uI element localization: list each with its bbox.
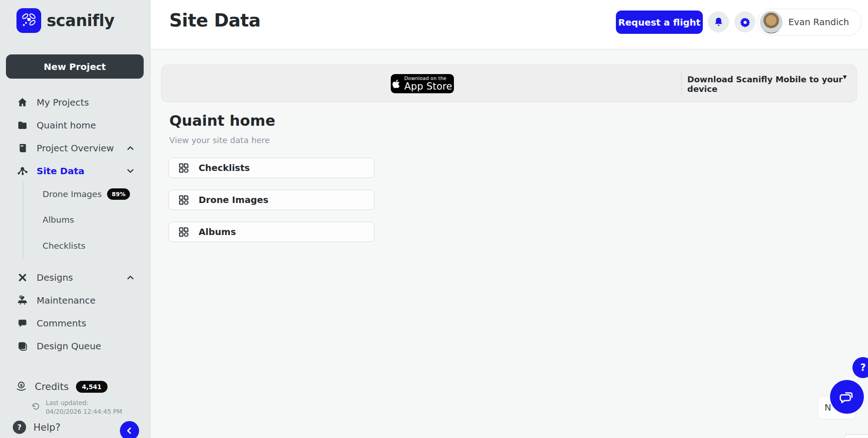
subnav-indent-line bbox=[23, 182, 23, 258]
chat-bubbles-icon bbox=[838, 388, 856, 406]
grid-category-icon bbox=[178, 194, 189, 206]
sidebar-item-designs[interactable]: Designs bbox=[0, 268, 151, 287]
sidebar-item-quaint-home[interactable]: Quaint home bbox=[0, 116, 151, 135]
drone-images-progress-badge: 89% bbox=[107, 188, 130, 200]
apple-icon bbox=[392, 79, 400, 89]
drone-data-icon bbox=[16, 165, 28, 177]
sidebar-item-site-data[interactable]: Site Data bbox=[0, 161, 151, 181]
svg-text:$: $ bbox=[20, 383, 23, 388]
sidebar-item-label: Quaint home bbox=[37, 120, 96, 131]
chevron-up-icon[interactable] bbox=[125, 272, 135, 283]
drone-images-card-button[interactable]: Drone Images bbox=[168, 190, 374, 210]
new-project-button[interactable]: New Project bbox=[6, 54, 144, 79]
chat-widget-button[interactable] bbox=[830, 380, 864, 414]
caret-down-icon[interactable]: ▼ bbox=[843, 74, 846, 80]
question-mark-icon: ? bbox=[13, 421, 26, 434]
sidebar-collapse-button[interactable] bbox=[120, 421, 139, 438]
project-subtitle: View your site data here bbox=[169, 135, 270, 145]
user-name: Evan Randich bbox=[788, 17, 849, 27]
credits-label: Credits bbox=[35, 381, 69, 392]
sidebar-subitem-albums[interactable]: Albums bbox=[43, 212, 74, 227]
page-title: Site Data bbox=[169, 10, 260, 31]
last-updated-text: Last updated: 04/20/2026 12:44:45 PM bbox=[46, 399, 122, 416]
settings-button[interactable] bbox=[734, 11, 755, 32]
chevron-down-icon[interactable] bbox=[125, 166, 135, 176]
credits-badge: 4,541 bbox=[76, 381, 108, 393]
gear-icon bbox=[739, 16, 751, 28]
sidebar-item-label: My Projects bbox=[37, 97, 89, 108]
user-menu[interactable]: Evan Randich bbox=[757, 9, 862, 36]
maintenance-icon bbox=[16, 294, 28, 306]
sidebar-subitem-label: Albums bbox=[43, 215, 74, 224]
app-store-badge-text: Download on the App Store bbox=[404, 76, 452, 92]
notifications-button[interactable] bbox=[708, 11, 729, 32]
credits-icon: $ bbox=[15, 380, 27, 393]
sidebar-item-label: Designs bbox=[37, 272, 73, 283]
albums-card-button[interactable]: Albums bbox=[168, 222, 374, 242]
brand-logo[interactable]: scanifly bbox=[16, 8, 114, 33]
comment-icon bbox=[16, 317, 28, 329]
download-mobile-dropdown[interactable]: Download Scanifly Mobile to your device bbox=[687, 65, 857, 103]
sidebar-subitem-label: Drone Images bbox=[43, 189, 102, 199]
credits-row[interactable]: $ Credits 4,541 bbox=[15, 380, 108, 393]
sidebar-item-label: Comments bbox=[37, 318, 86, 329]
sidebar-subitem-drone-images[interactable]: Drone Images 89% bbox=[43, 186, 130, 202]
sidebar-item-my-projects[interactable]: My Projects bbox=[0, 93, 151, 112]
sidebar-item-comments[interactable]: Comments bbox=[0, 314, 151, 333]
grid-category-icon bbox=[178, 226, 189, 238]
project-title: Quaint home bbox=[169, 112, 275, 129]
chevron-left-icon bbox=[124, 426, 135, 436]
chevron-up-icon[interactable] bbox=[125, 143, 135, 153]
grid-category-icon bbox=[178, 162, 189, 174]
sidebar-subitem-label: Checklists bbox=[43, 241, 86, 251]
design-tools-icon bbox=[16, 272, 28, 283]
bell-icon bbox=[713, 16, 724, 28]
folder-icon bbox=[16, 119, 28, 131]
sidebar: scanifly New Project My Projects Quaint … bbox=[0, 0, 151, 438]
checklists-card-button[interactable]: Checklists bbox=[168, 158, 374, 178]
download-app-banner: Download on the App Store Download Scani… bbox=[161, 64, 857, 102]
top-header: Site Data Request a flight Evan Randich bbox=[151, 0, 868, 49]
credits-last-updated: Last updated: 04/20/2026 12:44:45 PM bbox=[31, 399, 122, 416]
partial-corner-panel bbox=[844, 434, 868, 438]
home-icon bbox=[16, 96, 28, 108]
scanifly-logo-icon bbox=[16, 8, 41, 33]
sidebar-item-design-queue[interactable]: Design Queue bbox=[0, 337, 151, 356]
sidebar-item-label: Maintenance bbox=[37, 295, 96, 306]
journal-icon bbox=[16, 142, 28, 154]
sidebar-subitem-checklists[interactable]: Checklists bbox=[43, 238, 86, 253]
stack-icon bbox=[16, 340, 28, 352]
refresh-icon[interactable] bbox=[31, 401, 40, 411]
main-content: Download on the App Store Download Scani… bbox=[151, 49, 868, 438]
sidebar-item-project-overview[interactable]: Project Overview bbox=[0, 139, 151, 158]
help-row[interactable]: ? Help? bbox=[13, 421, 60, 434]
banner-divider bbox=[681, 71, 682, 96]
app-store-badge[interactable]: Download on the App Store bbox=[391, 74, 454, 93]
sidebar-item-label: Project Overview bbox=[37, 143, 114, 154]
sidebar-item-label: Site Data bbox=[37, 166, 85, 176]
brand-name: scanifly bbox=[47, 11, 114, 30]
request-a-flight-button[interactable]: Request a flight bbox=[616, 11, 703, 34]
user-avatar bbox=[760, 11, 782, 33]
help-label: Help? bbox=[33, 422, 60, 433]
sidebar-item-maintenance[interactable]: Maintenance bbox=[0, 291, 151, 310]
sidebar-item-label: Design Queue bbox=[37, 341, 101, 352]
app-root: scanifly New Project My Projects Quaint … bbox=[0, 0, 868, 438]
